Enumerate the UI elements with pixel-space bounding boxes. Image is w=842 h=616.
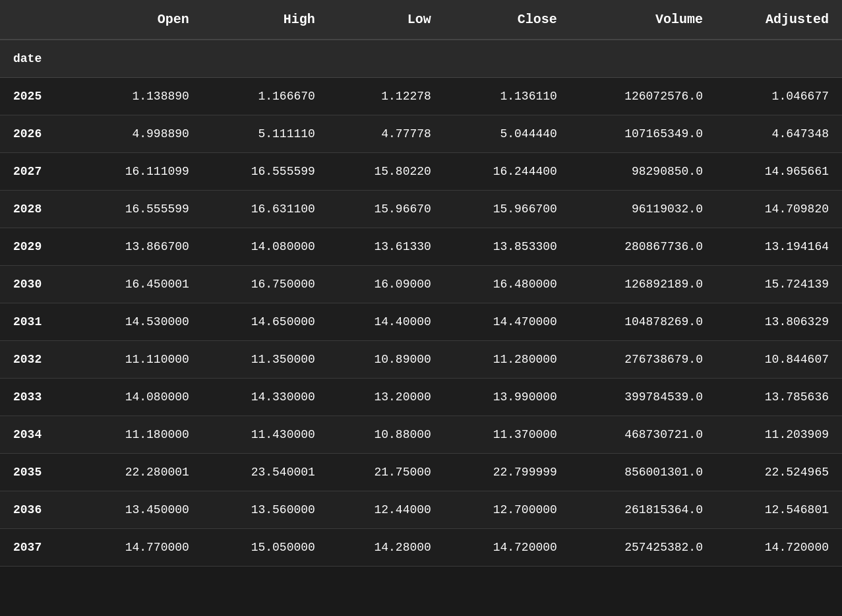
cell-close: 5.044440 bbox=[444, 115, 570, 153]
cell-close: 15.966700 bbox=[444, 191, 570, 228]
cell-adjusted: 12.546801 bbox=[716, 491, 842, 529]
table-row: 203314.08000014.33000013.2000013.9900003… bbox=[0, 379, 842, 416]
table-row: 203522.28000123.54000121.7500022.7999998… bbox=[0, 454, 842, 491]
cell-adjusted: 4.647348 bbox=[716, 115, 842, 153]
cell-high: 23.540001 bbox=[202, 454, 328, 491]
col-header-volume: Volume bbox=[570, 0, 716, 40]
cell-date: 2036 bbox=[0, 491, 76, 529]
cell-low: 16.09000 bbox=[328, 266, 444, 303]
cell-volume: 856001301.0 bbox=[570, 454, 716, 491]
col-header-open: Open bbox=[76, 0, 202, 40]
table-row: 202913.86670014.08000013.6133013.8533002… bbox=[0, 228, 842, 266]
date-subheader: date bbox=[0, 40, 842, 78]
table-row: 203211.11000011.35000010.8900011.2800002… bbox=[0, 341, 842, 379]
cell-date: 2034 bbox=[0, 416, 76, 454]
cell-open: 13.450000 bbox=[76, 491, 202, 529]
cell-volume: 104878269.0 bbox=[570, 303, 716, 341]
cell-close: 14.720000 bbox=[444, 529, 570, 567]
cell-low: 4.77778 bbox=[328, 115, 444, 153]
cell-volume: 257425382.0 bbox=[570, 529, 716, 567]
cell-close: 16.244400 bbox=[444, 153, 570, 191]
cell-high: 16.555599 bbox=[202, 153, 328, 191]
stock-data-table: Open High Low Close Volume Adjusted date… bbox=[0, 0, 842, 567]
cell-date: 2031 bbox=[0, 303, 76, 341]
cell-volume: 126892189.0 bbox=[570, 266, 716, 303]
cell-low: 14.28000 bbox=[328, 529, 444, 567]
cell-open: 16.111099 bbox=[76, 153, 202, 191]
cell-open: 11.180000 bbox=[76, 416, 202, 454]
cell-volume: 107165349.0 bbox=[570, 115, 716, 153]
col-header-high: High bbox=[202, 0, 328, 40]
cell-open: 22.280001 bbox=[76, 454, 202, 491]
table-row: 203714.77000015.05000014.2800014.7200002… bbox=[0, 529, 842, 567]
table-row: 20251.1388901.1666701.122781.13611012607… bbox=[0, 78, 842, 115]
cell-open: 11.110000 bbox=[76, 341, 202, 379]
cell-volume: 280867736.0 bbox=[570, 228, 716, 266]
table-row: 202716.11109916.55559915.8022016.2444009… bbox=[0, 153, 842, 191]
cell-volume: 468730721.0 bbox=[570, 416, 716, 454]
cell-low: 15.96670 bbox=[328, 191, 444, 228]
cell-date: 2035 bbox=[0, 454, 76, 491]
cell-volume: 276738679.0 bbox=[570, 341, 716, 379]
cell-volume: 96119032.0 bbox=[570, 191, 716, 228]
cell-close: 16.480000 bbox=[444, 266, 570, 303]
cell-high: 1.166670 bbox=[202, 78, 328, 115]
cell-low: 10.89000 bbox=[328, 341, 444, 379]
cell-open: 1.138890 bbox=[76, 78, 202, 115]
cell-close: 11.370000 bbox=[444, 416, 570, 454]
cell-high: 16.750000 bbox=[202, 266, 328, 303]
cell-close: 14.470000 bbox=[444, 303, 570, 341]
cell-low: 1.12278 bbox=[328, 78, 444, 115]
cell-adjusted: 13.806329 bbox=[716, 303, 842, 341]
col-header-close: Close bbox=[444, 0, 570, 40]
cell-adjusted: 14.709820 bbox=[716, 191, 842, 228]
table-row: 203613.45000013.56000012.4400012.7000002… bbox=[0, 491, 842, 529]
cell-low: 15.80220 bbox=[328, 153, 444, 191]
cell-close: 1.136110 bbox=[444, 78, 570, 115]
cell-adjusted: 13.785636 bbox=[716, 379, 842, 416]
cell-adjusted: 1.046677 bbox=[716, 78, 842, 115]
cell-close: 12.700000 bbox=[444, 491, 570, 529]
cell-low: 10.88000 bbox=[328, 416, 444, 454]
cell-high: 15.050000 bbox=[202, 529, 328, 567]
cell-open: 16.555599 bbox=[76, 191, 202, 228]
cell-open: 14.080000 bbox=[76, 379, 202, 416]
subheader-row: date bbox=[0, 40, 842, 78]
cell-volume: 98290850.0 bbox=[570, 153, 716, 191]
cell-adjusted: 14.720000 bbox=[716, 529, 842, 567]
table-row: 202816.55559916.63110015.9667015.9667009… bbox=[0, 191, 842, 228]
cell-date: 2027 bbox=[0, 153, 76, 191]
cell-high: 14.330000 bbox=[202, 379, 328, 416]
cell-high: 5.111110 bbox=[202, 115, 328, 153]
cell-high: 11.430000 bbox=[202, 416, 328, 454]
cell-adjusted: 10.844607 bbox=[716, 341, 842, 379]
cell-adjusted: 15.724139 bbox=[716, 266, 842, 303]
cell-volume: 399784539.0 bbox=[570, 379, 716, 416]
cell-date: 2025 bbox=[0, 78, 76, 115]
cell-volume: 126072576.0 bbox=[570, 78, 716, 115]
cell-open: 14.770000 bbox=[76, 529, 202, 567]
cell-low: 21.75000 bbox=[328, 454, 444, 491]
cell-open: 4.998890 bbox=[76, 115, 202, 153]
col-header-adjusted: Adjusted bbox=[716, 0, 842, 40]
cell-adjusted: 11.203909 bbox=[716, 416, 842, 454]
cell-high: 14.650000 bbox=[202, 303, 328, 341]
cell-volume: 261815364.0 bbox=[570, 491, 716, 529]
cell-close: 11.280000 bbox=[444, 341, 570, 379]
cell-date: 2026 bbox=[0, 115, 76, 153]
cell-date: 2033 bbox=[0, 379, 76, 416]
table-row: 20264.9988905.1111104.777785.04444010716… bbox=[0, 115, 842, 153]
cell-low: 13.61330 bbox=[328, 228, 444, 266]
table-row: 203016.45000116.75000016.0900016.4800001… bbox=[0, 266, 842, 303]
cell-high: 13.560000 bbox=[202, 491, 328, 529]
cell-open: 14.530000 bbox=[76, 303, 202, 341]
col-header-date bbox=[0, 0, 76, 40]
cell-close: 13.990000 bbox=[444, 379, 570, 416]
cell-close: 13.853300 bbox=[444, 228, 570, 266]
cell-adjusted: 14.965661 bbox=[716, 153, 842, 191]
table-row: 203411.18000011.43000010.8800011.3700004… bbox=[0, 416, 842, 454]
cell-low: 14.40000 bbox=[328, 303, 444, 341]
cell-high: 16.631100 bbox=[202, 191, 328, 228]
cell-date: 2029 bbox=[0, 228, 76, 266]
cell-high: 14.080000 bbox=[202, 228, 328, 266]
